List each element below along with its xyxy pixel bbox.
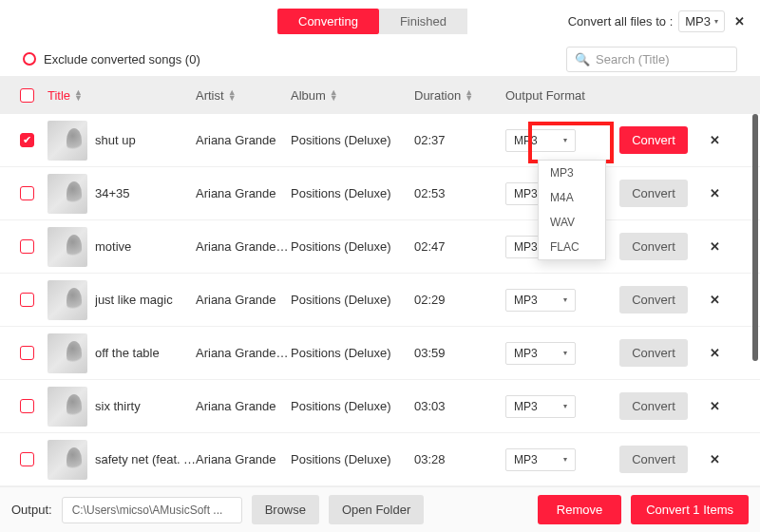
duration-cell: 03:28 xyxy=(414,452,505,466)
search-icon: 🔍 xyxy=(575,52,590,66)
convert-button[interactable]: Convert xyxy=(619,180,688,207)
album-cell: Positions (Deluxe) xyxy=(291,186,414,200)
title-cell: 34+35 xyxy=(48,174,196,214)
row-checkbox[interactable] xyxy=(20,399,34,413)
row-checkbox[interactable] xyxy=(20,452,34,466)
scrollbar[interactable] xyxy=(752,114,758,361)
title-cell: just like magic xyxy=(48,280,196,320)
track-title: off the table xyxy=(95,346,160,360)
album-cell: Positions (Deluxe) xyxy=(291,239,414,254)
open-folder-button[interactable]: Open Folder xyxy=(329,495,424,524)
caret-down-icon: ▾ xyxy=(714,17,718,26)
table-row: 34+35Ariana GrandePositions (Deluxe)02:5… xyxy=(0,167,760,220)
search-input[interactable]: 🔍 Search (Title) xyxy=(566,47,737,72)
row-checkbox[interactable]: ✔ xyxy=(20,133,34,147)
track-title: 34+35 xyxy=(95,186,130,200)
col-artist[interactable]: Artist▲▼ xyxy=(196,88,291,103)
remove-row-icon[interactable]: ✕ xyxy=(695,133,733,147)
caret-down-icon: ▾ xyxy=(563,402,567,410)
track-title: shut up xyxy=(95,133,136,147)
browse-button[interactable]: Browse xyxy=(252,495,319,524)
sort-icon: ▲▼ xyxy=(228,89,237,101)
title-cell: safety net (feat. Ty ... xyxy=(48,440,196,480)
table-row: off the tableAriana Grande & ...Position… xyxy=(0,327,760,380)
table-row: six thirtyAriana GrandePositions (Deluxe… xyxy=(0,380,760,433)
remove-row-icon[interactable]: ✕ xyxy=(695,346,733,360)
album-cell: Positions (Deluxe) xyxy=(291,346,414,360)
remove-row-icon[interactable]: ✕ xyxy=(695,293,733,307)
format-select[interactable]: MP3▾ xyxy=(505,395,576,418)
table-header: Title▲▼ Artist▲▼ Album▲▼ Duration▲▼ Outp… xyxy=(0,76,760,114)
format-select[interactable]: MP3▾ xyxy=(505,129,576,152)
convert-button[interactable]: Convert xyxy=(619,446,688,473)
album-cell: Positions (Deluxe) xyxy=(291,133,414,147)
convert-all-label: Convert all files to : xyxy=(568,14,674,28)
album-cell: Positions (Deluxe) xyxy=(291,452,414,466)
convert-button[interactable]: Convert xyxy=(619,286,688,314)
convert-items-button[interactable]: Convert 1 Items xyxy=(631,495,749,524)
caret-down-icon: ▾ xyxy=(563,295,567,304)
convert-button[interactable]: Convert xyxy=(619,392,688,420)
col-title[interactable]: Title▲▼ xyxy=(48,88,196,103)
title-cell: six thirty xyxy=(48,387,196,427)
album-cell: Positions (Deluxe) xyxy=(291,293,414,307)
duration-cell: 02:29 xyxy=(414,293,505,307)
album-art xyxy=(48,440,87,480)
tab-finished[interactable]: Finished xyxy=(379,9,467,34)
format-select[interactable]: MP3▾ xyxy=(505,289,576,312)
tab-converting[interactable]: Converting xyxy=(277,9,379,34)
table-body: ✔shut upAriana GrandePositions (Deluxe)0… xyxy=(0,114,760,489)
row-checkbox[interactable] xyxy=(20,293,34,307)
format-select[interactable]: MP3▾ xyxy=(505,448,576,471)
album-art xyxy=(48,174,87,214)
remove-button[interactable]: Remove xyxy=(538,495,621,524)
sort-icon: ▲▼ xyxy=(74,89,83,101)
col-album[interactable]: Album▲▼ xyxy=(291,88,414,103)
output-path[interactable]: C:\Users\micso\AMusicSoft ... xyxy=(62,497,242,523)
caret-down-icon: ▾ xyxy=(563,455,567,464)
row-checkbox[interactable] xyxy=(20,186,34,200)
remove-row-icon[interactable]: ✕ xyxy=(695,399,733,413)
row-checkbox[interactable] xyxy=(20,239,34,254)
convert-all-select[interactable]: MP3 ▾ xyxy=(678,10,725,32)
table-row: safety net (feat. Ty ...Ariana GrandePos… xyxy=(0,433,760,486)
track-title: six thirty xyxy=(95,399,141,413)
tab-group: Converting Finished xyxy=(277,9,467,34)
close-icon[interactable]: ✕ xyxy=(731,14,749,28)
duration-cell: 03:03 xyxy=(414,399,505,413)
table-row: ✔shut upAriana GrandePositions (Deluxe)0… xyxy=(0,114,760,167)
exclude-label: Exclude converted songs (0) xyxy=(44,52,200,66)
format-option[interactable]: MP3 xyxy=(539,161,605,185)
album-art xyxy=(48,333,87,373)
convert-button[interactable]: Convert xyxy=(619,126,688,154)
checkbox-all[interactable] xyxy=(20,88,34,103)
artist-cell: Ariana Grande xyxy=(196,293,291,307)
col-duration[interactable]: Duration▲▼ xyxy=(414,88,505,103)
artist-cell: Ariana Grande xyxy=(196,133,291,147)
convert-button[interactable]: Convert xyxy=(619,233,688,260)
output-label: Output: xyxy=(11,503,52,517)
album-art xyxy=(48,121,87,161)
artist-cell: Ariana Grande & ... xyxy=(196,346,291,360)
row-checkbox[interactable] xyxy=(20,346,34,360)
format-select[interactable]: MP3▾ xyxy=(505,342,576,365)
format-option[interactable]: M4A xyxy=(539,185,605,210)
remove-row-icon[interactable]: ✕ xyxy=(695,186,733,200)
remove-row-icon[interactable]: ✕ xyxy=(695,452,733,466)
title-cell: shut up xyxy=(48,121,196,161)
album-art xyxy=(48,280,87,320)
artist-cell: Ariana Grande xyxy=(196,399,291,413)
table-row: motiveAriana Grande & ...Positions (Delu… xyxy=(0,220,760,274)
top-bar: Converting Finished Convert all files to… xyxy=(0,0,760,42)
album-art xyxy=(48,387,87,427)
format-option[interactable]: WAV xyxy=(539,210,605,235)
format-option[interactable]: FLAC xyxy=(539,235,605,259)
remove-row-icon[interactable]: ✕ xyxy=(695,239,733,254)
artist-cell: Ariana Grande xyxy=(196,452,291,466)
duration-cell: 02:53 xyxy=(414,186,505,200)
table-row: just like magicAriana GrandePositions (D… xyxy=(0,274,760,327)
exclude-radio[interactable] xyxy=(23,52,36,66)
convert-button[interactable]: Convert xyxy=(619,339,688,367)
title-cell: motive xyxy=(48,227,196,267)
artist-cell: Ariana Grande xyxy=(196,186,291,200)
